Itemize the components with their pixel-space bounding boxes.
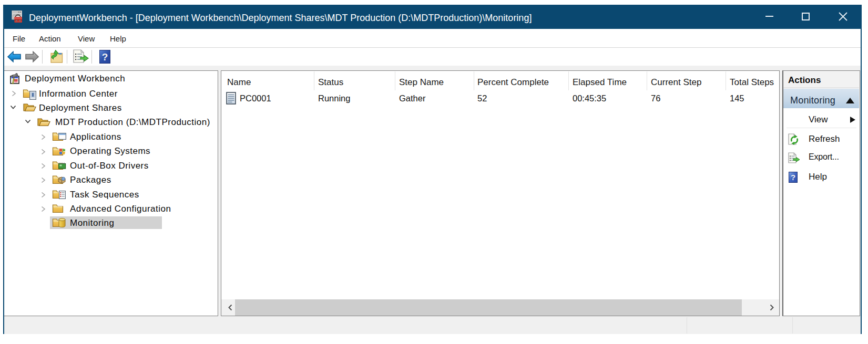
svg-text:?: ?	[102, 51, 108, 62]
svg-text:?: ?	[791, 173, 795, 182]
